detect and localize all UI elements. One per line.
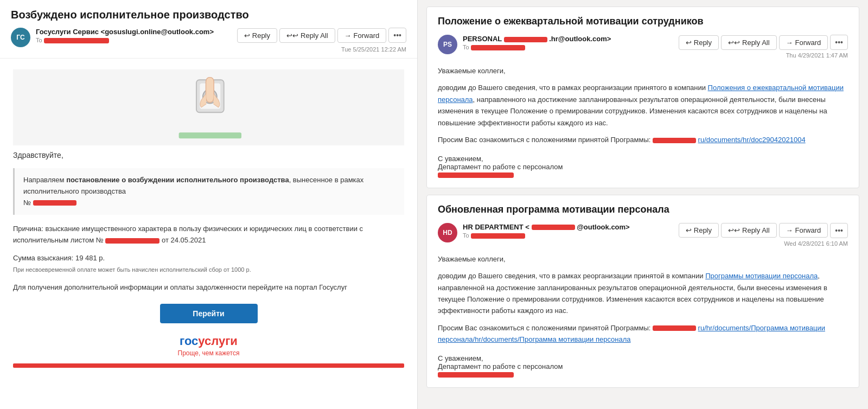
redacted-sheet	[105, 238, 159, 244]
greeting-2: Уважаемые коллеги,	[438, 253, 848, 265]
redacted-doc-1	[653, 138, 696, 143]
card-title-2: Обновленная программа мотивации персонал…	[438, 204, 848, 215]
notice-line1: Направляем	[23, 176, 66, 184]
avatar-ps: PS	[438, 35, 457, 54]
redacted-to	[44, 38, 109, 43]
more-button-1[interactable]: •••	[830, 35, 848, 50]
reply-button-2[interactable]: ↩ Reply	[679, 223, 719, 238]
action-buttons: ↩ Reply ↩↩ Reply All → Forward •••	[237, 28, 406, 43]
card-actions-1: ↩ Reply ↩↩ Reply All → Forward ••• Thu 4…	[679, 35, 848, 59]
brand-name: госуслуги	[13, 334, 404, 348]
avatar: ГС	[11, 28, 30, 47]
action-buttons-1: ↩ Reply ↩↩ Reply All → Forward •••	[679, 35, 848, 50]
hand-illustration	[171, 75, 247, 140]
late-fee-text: При несвоевременной оплате может быть на…	[13, 266, 251, 273]
timestamp-2: Wed 4/28/2021 6:10 AM	[784, 240, 848, 247]
sender-info-1: PS PERSONAL .hr@outlook.com> To	[438, 35, 611, 54]
info-text: Для получения дополнительной информации …	[13, 282, 404, 293]
card-actions-2: ↩ Reply ↩↩ Reply All → Forward ••• Wed 4…	[679, 223, 848, 247]
sender-details: Госуслуги Сервис <gosuslugi.online@outlo…	[36, 28, 214, 43]
sender-details-1: PERSONAL .hr@outlook.com> To	[463, 35, 611, 50]
doc-link-1[interactable]: ru/documents/hr/doc29042021004	[698, 136, 806, 144]
card-header-1: PS PERSONAL .hr@outlook.com> To	[438, 35, 848, 59]
reply-all-icon-2: ↩↩	[728, 226, 740, 234]
reply-button[interactable]: ↩ Reply	[237, 28, 277, 43]
timestamp-1: Thu 4/29/2021 1:47 AM	[786, 52, 848, 59]
forward-button[interactable]: → Forward	[337, 28, 387, 43]
sender-name-2: HR DEPARTMENT < @outlook.com>	[463, 223, 630, 231]
reply-icon: ↩	[244, 31, 250, 40]
redacted-sig-1	[438, 172, 514, 178]
reply-all-button-1[interactable]: ↩↩ Reply All	[721, 35, 777, 50]
notice-box: Направляем постановление о возбуждении и…	[13, 168, 404, 215]
reason-text: Причина: взыскание имущественного характ…	[13, 223, 404, 246]
left-email-panel: Возбуждено исполнительное производство Г…	[0, 0, 418, 409]
brand-uslugi: услуги	[198, 334, 238, 348]
forward-icon-1: →	[786, 39, 793, 47]
email-card-2: Обновленная программа мотивации персонал…	[426, 195, 859, 388]
sender-details-2: HR DEPARTMENT < @outlook.com> To	[463, 223, 630, 239]
body-para-1: доводим до Вашего сведения, что в рамках…	[438, 82, 848, 129]
avatar-hd: HD	[438, 223, 457, 242]
redacted-ps-name	[504, 37, 547, 42]
greeting-text: Здравствуйте,	[13, 151, 404, 159]
reply-all-icon: ↩↩	[286, 31, 298, 40]
signature-2: С уважением, Департамент по работе с пер…	[438, 354, 848, 379]
forward-button-2[interactable]: → Forward	[779, 223, 828, 238]
gosuslugi-logo: госуслуги Проще, чем кажется	[13, 334, 404, 357]
right-panel: Положение о ежеквартальной мотивации сот…	[418, 0, 868, 409]
brand-tagline: Проще, чем кажется	[13, 349, 404, 357]
notice-number-label: №	[23, 199, 31, 207]
reply-button-1[interactable]: ↩ Reply	[679, 35, 719, 50]
forward-icon-2: →	[786, 226, 793, 234]
reply-all-button[interactable]: ↩↩ Reply All	[279, 28, 335, 43]
greeting-1: Уважаемые коллеги,	[438, 65, 848, 76]
brand-gos: гос	[180, 334, 198, 348]
more-button[interactable]: •••	[388, 28, 406, 43]
email-card-1: Положение о ежеквартальной мотивации сот…	[426, 7, 859, 188]
body-link-2[interactable]: Программы мотивации персонала	[705, 272, 818, 280]
cta-button[interactable]: Перейти	[160, 304, 258, 323]
reply-icon-2: ↩	[686, 226, 692, 234]
redacted-to-2	[471, 233, 525, 239]
reply-all-button-2[interactable]: ↩↩ Reply All	[721, 223, 777, 238]
notice-bold: постановление о возбуждении исполнительн…	[66, 176, 289, 184]
redacted-hd-name	[532, 225, 575, 230]
email-title: Возбуждено исполнительное производство	[11, 9, 406, 21]
to-line-1: To	[463, 44, 611, 50]
to-line-2: To	[463, 232, 630, 239]
card-header-2: HD HR DEPARTMENT < @outlook.com> To	[438, 223, 848, 247]
redacted-to-1	[471, 45, 525, 50]
reply-icon-1: ↩	[686, 39, 692, 47]
body-para-2: доводим до Вашего сведения, что в рамках…	[438, 270, 848, 317]
doc-line-1: Просим Вас ознакомиться с положениями пр…	[438, 134, 848, 145]
sum-text: Сумма взыскания: 19 481 р. При несвоевре…	[13, 253, 404, 276]
redacted-number	[33, 200, 76, 206]
email-header: Возбуждено исполнительное производство Г…	[0, 0, 417, 59]
to-line: To	[36, 37, 214, 43]
redacted-doc-2	[653, 325, 696, 331]
doc-line-2: Просим Вас ознакомиться с положениями пр…	[438, 322, 848, 346]
forward-button-1[interactable]: → Forward	[779, 35, 828, 50]
email-timestamp: Tue 5/25/2021 12:22 AM	[341, 46, 406, 53]
sender-info: ГС Госуслуги Сервис <gosuslugi.online@ou…	[11, 28, 214, 47]
action-buttons-2: ↩ Reply ↩↩ Reply All → Forward •••	[679, 223, 848, 238]
card-title-1: Положение о ежеквартальной мотивации сот…	[438, 16, 848, 27]
signature-1: С уважением, Департамент по работе с пер…	[438, 155, 848, 179]
reply-all-icon-1: ↩↩	[728, 39, 740, 47]
redacted-sig-2	[438, 372, 514, 378]
sender-row: ГС Госуслуги Сервис <gosuslugi.online@ou…	[11, 28, 406, 53]
bottom-red-bar	[13, 363, 404, 368]
sender-info-2: HD HR DEPARTMENT < @outlook.com> To	[438, 223, 630, 242]
email-image-area	[13, 69, 404, 145]
sender-name-1: PERSONAL .hr@outlook.com>	[463, 35, 611, 43]
email-body: Здравствуйте, Направляем постановление о…	[0, 59, 417, 409]
more-button-2[interactable]: •••	[830, 223, 848, 238]
forward-icon: →	[344, 31, 352, 40]
sender-name: Госуслуги Сервис <gosuslugi.online@outlo…	[36, 28, 214, 36]
svg-rect-3	[178, 132, 241, 138]
